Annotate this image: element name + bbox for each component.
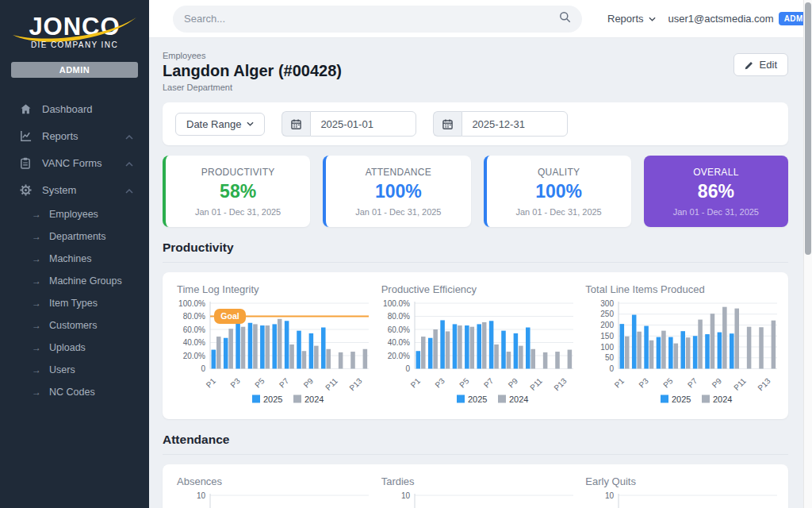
- chart-early-quits: Early Quits 1086420: [577, 474, 782, 508]
- sidebar-item-vanc-forms[interactable]: VANC Forms: [0, 149, 149, 176]
- kpi-label: QUALITY: [493, 167, 625, 178]
- section-title-productivity: Productivity: [163, 241, 788, 263]
- arrow-right-icon: →: [32, 275, 41, 287]
- svg-text:P11: P11: [732, 376, 748, 392]
- kpi-value: 100%: [493, 181, 625, 202]
- sidebar-item-system[interactable]: System: [0, 176, 149, 203]
- page-title: Langdon Alger (#00428): [163, 62, 342, 80]
- user-email: user1@actsmedia.com: [668, 13, 774, 25]
- svg-text:2024: 2024: [713, 394, 732, 404]
- svg-text:Goal: Goal: [220, 311, 239, 321]
- search-icon[interactable]: [559, 11, 571, 26]
- kpi-period: Jan 01 - Dec 31, 2025: [172, 207, 304, 217]
- brand-logo[interactable]: JONCO DIE COMPANY INC: [0, 0, 149, 59]
- svg-text:2024: 2024: [509, 394, 528, 404]
- kpi-period: Jan 01 - Dec 31, 2025: [493, 207, 625, 217]
- kpi-cards: PRODUCTIVITY58%Jan 01 - Dec 31, 2025ATTE…: [163, 156, 788, 227]
- svg-text:150: 150: [601, 332, 615, 341]
- arrow-right-icon: →: [32, 320, 41, 331]
- chart-title: Total Line Items Produced: [585, 283, 777, 295]
- kpi-card-attendance: ATTENDANCE100%Jan 01 - Dec 31, 2025: [323, 156, 470, 227]
- chart-title: Time Log Integrity: [177, 283, 369, 295]
- svg-text:10: 10: [401, 491, 411, 500]
- svg-text:P1: P1: [205, 376, 218, 390]
- edit-button-label: Edit: [760, 59, 777, 71]
- pencil-icon: [745, 60, 754, 70]
- productivity-charts-panel: Time Log Integrity 100.0%80.0%60.0%40.0%…: [163, 272, 788, 419]
- sidebar-subitem-machine-groups[interactable]: →Machine Groups: [0, 270, 149, 292]
- arrow-right-icon: →: [32, 387, 41, 398]
- arrow-right-icon: →: [32, 298, 41, 309]
- sidebar-admin-badge: ADMIN: [11, 62, 138, 78]
- date-range-dropdown[interactable]: Date Range: [175, 113, 265, 136]
- end-date-group: [433, 111, 568, 137]
- sidebar-item-reports[interactable]: Reports: [0, 122, 149, 149]
- sidebar-subitem-machines[interactable]: →Machines: [0, 248, 149, 270]
- chevron-up-icon: [125, 157, 133, 169]
- svg-text:200: 200: [601, 321, 615, 329]
- svg-text:P11: P11: [528, 376, 544, 392]
- clipboard-icon: [19, 156, 32, 169]
- user-menu[interactable]: user1@actsmedia.com ADMIN: [668, 12, 812, 25]
- calendar-icon: [433, 111, 462, 137]
- start-date-group: [282, 111, 416, 137]
- svg-text:0: 0: [405, 364, 410, 373]
- edit-button[interactable]: Edit: [733, 53, 788, 76]
- brand-tagline: DIE COMPANY INC: [31, 40, 118, 49]
- chart-title: Absences: [177, 475, 369, 487]
- chart-absences: Absences 1086420: [169, 474, 373, 508]
- sidebar-subitem-customers[interactable]: →Customers: [0, 314, 149, 337]
- svg-text:P1: P1: [613, 376, 626, 390]
- calendar-icon: [282, 111, 310, 137]
- start-date-input[interactable]: [310, 111, 416, 137]
- sidebar-item-dashboard[interactable]: Dashboard: [0, 95, 149, 122]
- svg-text:20.0%: 20.0%: [183, 352, 205, 360]
- search-bar[interactable]: [173, 6, 582, 33]
- svg-text:P11: P11: [324, 376, 339, 392]
- chevron-up-icon: [125, 184, 133, 196]
- svg-text:P3: P3: [433, 376, 446, 390]
- svg-text:P1: P1: [408, 376, 422, 390]
- svg-text:100.0%: 100.0%: [178, 299, 205, 308]
- scrollbar-thumb[interactable]: [805, 2, 811, 255]
- svg-text:20.0%: 20.0%: [387, 352, 409, 360]
- date-range-label: Date Range: [186, 118, 241, 130]
- kpi-value: 58%: [172, 181, 304, 202]
- reports-dropdown[interactable]: Reports: [607, 13, 656, 25]
- kpi-period: Jan 01 - Dec 31, 2025: [650, 207, 782, 217]
- search-input[interactable]: [184, 13, 559, 25]
- arrow-right-icon: →: [32, 364, 41, 375]
- svg-text:50: 50: [605, 353, 615, 362]
- kpi-card-overall: OVERALL86%Jan 01 - Dec 31, 2025: [644, 156, 788, 227]
- svg-text:2024: 2024: [304, 394, 324, 404]
- arrow-right-icon: →: [32, 253, 41, 264]
- sidebar-subitem-uploads[interactable]: →Uploads: [0, 337, 149, 359]
- topbar: Reports user1@actsmedia.com ADMIN: [149, 0, 812, 38]
- svg-text:2025: 2025: [468, 394, 487, 404]
- svg-text:P13: P13: [552, 376, 569, 393]
- svg-text:0: 0: [201, 364, 205, 373]
- sidebar-subitem-employees[interactable]: →Employees: [0, 203, 149, 225]
- svg-text:60.0%: 60.0%: [387, 325, 409, 334]
- svg-text:100: 100: [601, 343, 615, 352]
- svg-text:P9: P9: [710, 376, 724, 390]
- chart-time-log-integrity: Time Log Integrity 100.0%80.0%60.0%40.0%…: [169, 282, 373, 414]
- end-date-input[interactable]: [462, 111, 568, 137]
- sidebar-subitem-departments[interactable]: →Departments: [0, 225, 149, 248]
- sidebar-subitem-users[interactable]: →Users: [0, 359, 149, 381]
- breadcrumb[interactable]: Employees: [163, 51, 342, 60]
- sidebar-item-label: Dashboard: [42, 103, 93, 115]
- svg-text:P5: P5: [253, 376, 266, 390]
- svg-text:P13: P13: [756, 376, 773, 393]
- sidebar-subitem-item-types[interactable]: →Item Types: [0, 292, 149, 314]
- kpi-card-productivity: PRODUCTIVITY58%Jan 01 - Dec 31, 2025: [163, 156, 310, 227]
- sidebar-subitem-nc-codes[interactable]: →NC Codes: [0, 381, 149, 403]
- date-filter-bar: Date Range: [163, 102, 788, 145]
- kpi-label: ATTENDANCE: [332, 167, 464, 178]
- vertical-scrollbar[interactable]: [803, 0, 812, 508]
- svg-text:P3: P3: [638, 376, 651, 390]
- attendance-charts-panel: Absences 1086420 Tardies 1086420 Early Q…: [163, 464, 788, 508]
- svg-text:P7: P7: [686, 376, 699, 390]
- svg-text:10: 10: [605, 491, 615, 500]
- svg-text:40.0%: 40.0%: [183, 338, 205, 347]
